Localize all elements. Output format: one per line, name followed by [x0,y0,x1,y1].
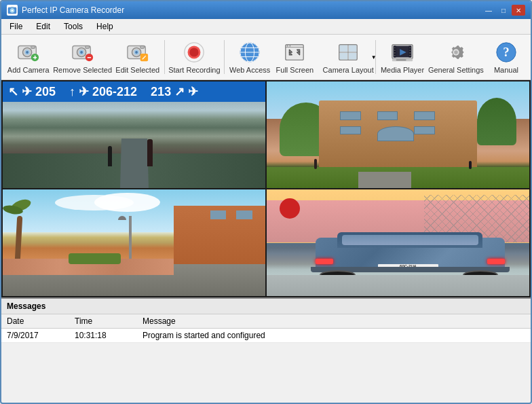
start-recording-button[interactable]: Start Recording [168,37,222,77]
media-player-label: Media Player [381,66,424,74]
menu-bar: File Edit Tools Help [1,19,531,35]
general-settings-button[interactable]: General Settings [428,37,484,77]
svg-rect-18 [87,57,91,58]
sep-1 [164,40,165,74]
svg-rect-49 [394,50,396,51]
manual-icon: ? [494,40,518,65]
title-bar: Perfect IP Camera Recorder — □ ✕ [1,1,531,19]
messages-table: Date Time Message 7/9/2017 10:31:18 Prog… [1,314,531,343]
svg-point-7 [26,51,28,54]
svg-rect-8 [31,46,35,49]
svg-point-22 [135,51,138,54]
toolbar: Add Camera Remove Selected [1,35,531,80]
svg-text:?: ? [503,45,509,59]
row-message: Program is started and configured [137,329,531,343]
svg-rect-11 [35,56,35,60]
svg-rect-51 [394,55,396,56]
col-message: Message [137,314,531,329]
camera-cell-1[interactable]: ↖ ✈ 205 ↑ ✈ 206-212 213 ↗ ✈ [3,81,265,188]
media-player-button[interactable]: Media Player [379,37,425,77]
app-icon [7,5,18,16]
camera-layout-button[interactable]: Camera Layout ▼ [318,37,373,77]
remove-selected-icon [71,40,95,65]
svg-rect-55 [409,55,411,56]
camera-grid: ↖ ✈ 205 ↑ ✈ 206-212 213 ↗ ✈ [1,80,531,297]
general-settings-label: General Settings [428,66,484,74]
messages-panel: Messages Date Time Message 7/9/2017 10:3… [1,297,531,343]
manual-label: Manual [494,66,518,74]
messages-header: Messages [1,299,531,314]
sep-2 [224,40,225,74]
svg-point-27 [190,48,199,56]
start-recording-label: Start Recording [168,66,220,74]
title-controls: — □ ✕ [482,5,525,16]
sep-3 [375,40,376,74]
svg-point-15 [80,51,83,54]
svg-rect-50 [394,52,396,54]
svg-rect-52 [409,47,411,48]
add-camera-label: Add Camera [7,66,50,74]
svg-rect-23 [140,46,144,49]
messages-table-header-row: Date Time Message [1,314,531,329]
start-recording-icon [182,40,206,65]
camera-cell-4[interactable]: 60C-2U4 [267,189,529,296]
sign-213: 213 ↗ ✈ [151,84,198,99]
svg-rect-53 [409,50,411,51]
svg-rect-41 [349,45,356,52]
col-time: Time [69,314,137,329]
menu-file[interactable]: File [4,20,28,33]
camera-1-signs: ↖ ✈ 205 ↑ ✈ 206-212 213 ↗ ✈ [3,81,265,102]
minimize-button[interactable]: — [482,5,495,16]
remove-selected-label: Remove Selected [53,66,112,74]
web-access-label: Web Access [229,66,270,74]
svg-rect-43 [349,53,356,59]
svg-rect-16 [85,46,89,49]
close-button[interactable]: ✕ [512,5,525,16]
svg-rect-48 [394,47,396,48]
camera-1-scene [3,102,265,188]
camera-cell-3[interactable] [3,189,265,296]
svg-rect-3 [11,7,14,8]
manual-button[interactable]: ? Manual [486,37,527,77]
svg-point-2 [12,10,14,12]
media-player-icon [390,40,415,65]
svg-point-35 [287,45,288,47]
svg-rect-42 [340,53,347,59]
camera-4-scene: 60C-2U4 [267,189,529,296]
edit-selected-icon [126,40,150,65]
web-access-icon [238,40,262,65]
camera-cell-2[interactable] [267,81,529,188]
edit-selected-label: Edit Selected [115,66,159,74]
general-settings-icon [444,40,468,65]
sign-206-212: ↑ ✈ 206-212 [69,84,137,99]
svg-point-60 [454,50,458,54]
remove-selected-button[interactable]: Remove Selected [52,37,112,77]
menu-tools[interactable]: Tools [58,20,88,33]
full-screen-button[interactable]: Full Screen [273,37,316,77]
camera-1-overlay: ↖ ✈ 205 ↑ ✈ 206-212 213 ↗ ✈ [3,81,265,188]
camera-layout-label: Camera Layout [323,66,374,74]
menu-edit[interactable]: Edit [31,20,56,33]
svg-rect-58 [396,59,406,60]
app-window: Perfect IP Camera Recorder — □ ✕ File Ed… [0,0,532,404]
app-title: Perfect IP Camera Recorder [22,5,124,15]
camera-2-scene [267,81,529,188]
messages-table-body: 7/9/2017 10:31:18 Program is started and… [1,329,531,343]
svg-point-36 [290,45,291,47]
sign-205: ↖ ✈ 205 [8,84,56,99]
camera-layout-icon [336,40,360,65]
add-camera-button[interactable]: Add Camera [5,37,51,77]
menu-help[interactable]: Help [91,20,119,33]
row-time: 10:31:18 [69,329,137,343]
full-screen-icon [282,40,307,65]
maximize-button[interactable]: □ [497,5,510,16]
row-date: 7/9/2017 [1,329,69,343]
edit-selected-button[interactable]: Edit Selected [114,37,162,77]
col-date: Date [1,314,69,329]
camera-3-scene [3,189,265,296]
full-screen-label: Full Screen [276,66,314,74]
svg-rect-54 [409,52,411,54]
table-row: 7/9/2017 10:31:18 Program is started and… [1,329,531,343]
title-bar-left: Perfect IP Camera Recorder [7,5,124,16]
web-access-button[interactable]: Web Access [227,37,272,77]
